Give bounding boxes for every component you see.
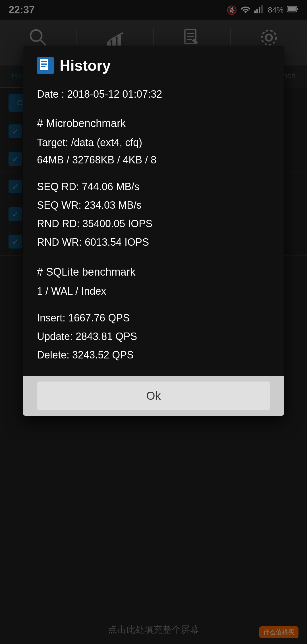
ok-button[interactable]: Ok [37, 382, 270, 410]
svg-rect-21 [41, 61, 47, 62]
history-dialog-icon [37, 57, 54, 74]
dialog-title: History [60, 57, 111, 74]
sqlite-header: # SQLite benchmark [37, 263, 270, 281]
seq-wr: SEQ WR: 234.03 MB/s [37, 196, 270, 215]
sqlite-metrics: Insert: 1667.76 QPS Update: 2843.81 QPS … [37, 309, 270, 364]
date-line: Date : 2018-05-12 01:07:32 [37, 85, 270, 103]
seq-rd: SEQ RD: 744.06 MB/s [37, 178, 270, 196]
sqlite-config: 1 / WAL / Index [37, 282, 270, 300]
rnd-wr: RND WR: 6013.54 IOPS [37, 233, 270, 252]
microbenchmark-header: # Microbenchmark [37, 114, 270, 133]
dialog-date: Date : 2018-05-12 01:07:32 # Microbenchm… [37, 85, 270, 364]
svg-rect-23 [41, 66, 45, 67]
update-line: Update: 2843.81 QPS [37, 327, 270, 346]
insert-line: Insert: 1667.76 QPS [37, 309, 270, 327]
dialog-footer: Ok [23, 376, 284, 416]
svg-rect-22 [41, 63, 47, 65]
history-dialog: History Date : 2018-05-12 01:07:32 # Mic… [23, 46, 284, 416]
delete-line: Delete: 3243.52 QPS [37, 346, 270, 364]
io-metrics: SEQ RD: 744.06 MB/s SEQ WR: 234.03 MB/s … [37, 178, 270, 251]
size-line: 64MB / 32768KB / 4KB / 8 [37, 151, 270, 169]
sqlite-section: # SQLite benchmark 1 / WAL / Index [37, 263, 270, 300]
dialog-title-row: History [37, 57, 270, 74]
target-line: Target: /data (ext4, cfq) [37, 134, 270, 151]
rnd-rd: RND RD: 35400.05 IOPS [37, 215, 270, 233]
microbenchmark-section: # Microbenchmark Target: /data (ext4, cf… [37, 114, 270, 169]
dialog-content: History Date : 2018-05-12 01:07:32 # Mic… [23, 46, 284, 376]
